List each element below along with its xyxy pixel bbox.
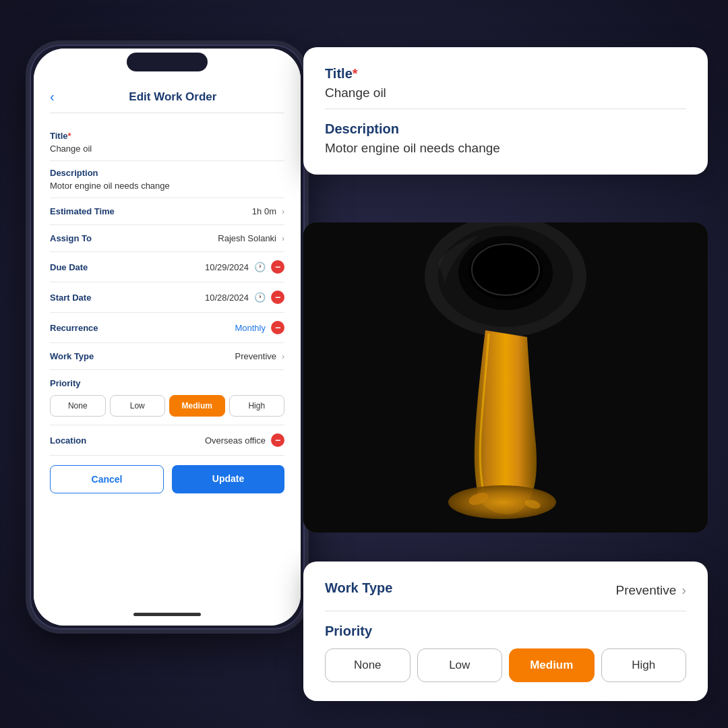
card-priority-none-button[interactable]: None — [325, 648, 411, 682]
card-description-label: Description — [325, 121, 686, 137]
assign-to-row[interactable]: Assign To Rajesh Solanki › — [50, 225, 284, 252]
location-label: Location — [50, 435, 86, 446]
phone-notch — [127, 53, 208, 71]
card-priority-medium-button[interactable]: Medium — [509, 648, 595, 682]
assign-to-value: Rajesh Solanki — [218, 233, 276, 243]
recurrence-value: Monthly — [235, 323, 266, 333]
description-field: Description Motor engine oil needs chang… — [50, 161, 284, 198]
priority-high-button[interactable]: High — [229, 395, 285, 417]
card-priority-section: Priority None Low Medium High — [325, 624, 686, 682]
app-content: ‹ Edit Work Order Title* Change oil Desc… — [34, 49, 301, 626]
work-type-priority-card: Work Type Preventive › Priority None Low… — [303, 562, 708, 701]
update-button[interactable]: Update — [172, 465, 284, 493]
priority-label: Priority — [50, 378, 284, 388]
due-date-value: 10/29/2024 — [205, 262, 249, 272]
work-type-label: Work Type — [50, 351, 94, 361]
clock-icon: 🕐 — [254, 292, 266, 303]
location-row[interactable]: Location Overseas office − — [50, 425, 284, 456]
card-priority-low-button[interactable]: Low — [417, 648, 503, 682]
description-value[interactable]: Motor engine oil needs change — [50, 181, 284, 191]
assign-to-label: Assign To — [50, 233, 92, 243]
start-date-row[interactable]: Start Date 10/28/2024 🕐 − — [50, 282, 284, 313]
phone-device: ‹ Edit Work Order Title* Change oil Desc… — [26, 40, 309, 634]
estimated-time-row[interactable]: Estimated Time 1h 0m › — [50, 198, 284, 225]
remove-due-date-button[interactable]: − — [271, 260, 284, 274]
priority-section: Priority None Low Medium High — [50, 370, 284, 425]
phone-screen: ‹ Edit Work Order Title* Change oil Desc… — [34, 49, 301, 626]
card-title-value[interactable]: Change oil — [325, 86, 686, 109]
start-date-label: Start Date — [50, 293, 91, 303]
card-priority-buttons: None Low Medium High — [325, 648, 686, 682]
card-priority-high-button[interactable]: High — [601, 648, 687, 682]
back-button[interactable]: ‹ — [50, 89, 55, 104]
recurrence-row[interactable]: Recurrence Monthly − — [50, 313, 284, 343]
chevron-right-icon: › — [282, 207, 284, 216]
work-type-value: Preventive — [235, 351, 276, 361]
remove-recurrence-button[interactable]: − — [271, 321, 284, 334]
priority-medium-button[interactable]: Medium — [169, 395, 225, 417]
phone-home-bar — [133, 613, 201, 616]
priority-low-button[interactable]: Low — [110, 395, 166, 417]
remove-start-date-button[interactable]: − — [271, 291, 284, 304]
svg-point-4 — [468, 243, 543, 299]
card-priority-label: Priority — [325, 624, 686, 639]
remove-location-button[interactable]: − — [271, 433, 284, 447]
card-work-type-value: Preventive — [616, 583, 677, 598]
card-description-value: Motor engine oil needs change — [325, 141, 686, 156]
location-value: Overseas office — [205, 435, 266, 446]
card-title-label: Title* — [325, 66, 686, 82]
title-field: Title* Change oil — [50, 124, 284, 161]
oil-visual — [303, 222, 708, 533]
svg-point-6 — [448, 485, 556, 519]
recurrence-label: Recurrence — [50, 323, 98, 333]
estimated-time-label: Estimated Time — [50, 206, 115, 216]
bottom-actions: Cancel Update — [50, 456, 284, 503]
priority-none-button[interactable]: None — [50, 395, 106, 417]
card-work-type-value-row[interactable]: Preventive › — [616, 582, 686, 598]
app-header: ‹ Edit Work Order — [50, 89, 284, 113]
due-date-label: Due Date — [50, 262, 88, 272]
chevron-right-icon: › — [282, 234, 284, 243]
title-description-card: Title* Change oil Description Motor engi… — [303, 47, 708, 175]
oil-image — [303, 222, 708, 533]
due-date-row[interactable]: Due Date 10/29/2024 🕐 − — [50, 252, 284, 282]
chevron-right-icon: › — [681, 582, 686, 598]
start-date-value: 10/28/2024 — [205, 293, 249, 303]
card-work-type-row: Work Type Preventive › — [325, 580, 686, 611]
work-type-row[interactable]: Work Type Preventive › — [50, 343, 284, 370]
priority-buttons: None Low Medium High — [50, 395, 284, 417]
chevron-right-icon: › — [282, 352, 284, 361]
card-work-type-label: Work Type — [325, 580, 392, 596]
title-value[interactable]: Change oil — [50, 144, 284, 154]
page-title: Edit Work Order — [61, 90, 284, 104]
title-label: Title* — [50, 131, 284, 141]
estimated-time-value: 1h 0m — [252, 206, 276, 216]
cancel-button[interactable]: Cancel — [50, 465, 164, 493]
description-label: Description — [50, 168, 284, 178]
clock-icon: 🕐 — [254, 262, 266, 272]
